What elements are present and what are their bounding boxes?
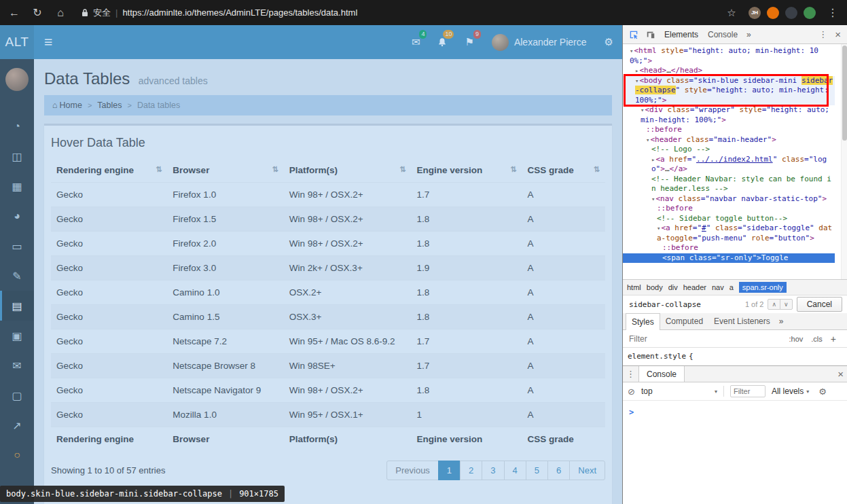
- breadcrumb-item[interactable]: ⌂Home: [52, 101, 82, 110]
- tree-node[interactable]: <span class="sr-only">Toggle: [623, 253, 835, 264]
- tab-elements[interactable]: Elements: [660, 26, 703, 43]
- expand-arrow-open-icon[interactable]: ▾: [635, 77, 638, 84]
- expand-arrow-open-icon[interactable]: ▾: [641, 107, 644, 113]
- tree-node[interactable]: ▸<a href="../../index2.html" class="logo…: [623, 155, 835, 175]
- tree-node[interactable]: <!-- Sidebar toggle button-->: [623, 214, 835, 224]
- control-sidebar-gear-icon[interactable]: ⚙: [596, 25, 622, 59]
- bookmark-star-icon[interactable]: ☆: [723, 7, 740, 19]
- styles-more-tabs-icon[interactable]: »: [776, 317, 787, 326]
- tab-styles[interactable]: Styles: [626, 313, 660, 330]
- search-next-icon[interactable]: ∨: [780, 299, 793, 310]
- table-row[interactable]: GeckoNetscape Browser 8Win 98SE+1.7A: [51, 354, 605, 378]
- tree-node[interactable]: ::before: [623, 243, 835, 253]
- dom-crumb[interactable]: span.sr-only: [739, 282, 787, 293]
- browser-menu-icon[interactable]: ⋮: [824, 6, 842, 19]
- home-icon[interactable]: ⌂: [52, 7, 69, 19]
- console-settings-gear-icon[interactable]: ⚙: [815, 386, 830, 397]
- styles-filter-input[interactable]: [628, 334, 689, 344]
- sidebar-item-forms[interactable]: ✎: [0, 261, 34, 291]
- devtools-menu-icon[interactable]: ⋮: [815, 29, 831, 39]
- reload-icon[interactable]: ↻: [29, 6, 46, 19]
- element-style-rule[interactable]: element.style{: [623, 348, 847, 365]
- sidebar-toggle-icon[interactable]: ≡: [34, 34, 62, 50]
- drawer-menu-icon[interactable]: ⋮: [623, 369, 638, 379]
- toggle-class-button[interactable]: .cls: [807, 335, 827, 343]
- breadcrumb-item[interactable]: Data tables: [137, 101, 180, 110]
- table-row[interactable]: GeckoFirefox 1.5Win 98+ / OSX.2+1.8A: [51, 207, 605, 232]
- table-row[interactable]: GeckoCamino 1.0OSX.2+1.8A: [51, 281, 605, 305]
- console-output[interactable]: >: [623, 401, 847, 504]
- extension-avatar-jh[interactable]: JH: [749, 7, 761, 19]
- search-cancel-button[interactable]: Cancel: [797, 297, 842, 312]
- notifications-menu[interactable]: 10: [429, 25, 456, 59]
- tab-console[interactable]: Console: [703, 26, 742, 43]
- extension-profile[interactable]: [804, 7, 816, 19]
- table-row[interactable]: GeckoMozilla 1.0Win 95+ / OSX.1+1A: [51, 403, 605, 427]
- sort-icon[interactable]: ⇅: [272, 165, 278, 174]
- breadcrumb-item[interactable]: Tables: [97, 101, 122, 110]
- tab-computed[interactable]: Computed: [660, 313, 708, 329]
- page-button-6[interactable]: 6: [547, 461, 570, 480]
- tree-node[interactable]: <!-- Logo -->: [623, 145, 835, 155]
- sidebar-item-multilevel[interactable]: ↗: [0, 410, 34, 440]
- page-button-5[interactable]: 5: [526, 461, 548, 480]
- page-button-previous[interactable]: Previous: [386, 461, 439, 480]
- dom-crumb[interactable]: body: [647, 283, 663, 291]
- tree-node[interactable]: ▾<body class="skin-blue sidebar-mini sid…: [623, 76, 835, 106]
- inspect-element-icon[interactable]: [626, 30, 642, 39]
- column-header[interactable]: Platform(s)⇅: [284, 158, 412, 183]
- drawer-close-icon[interactable]: ×: [834, 368, 847, 380]
- dom-crumb[interactable]: header: [683, 283, 706, 291]
- tasks-menu[interactable]: ⚑9: [456, 25, 482, 59]
- log-level-select[interactable]: All levels▾: [772, 386, 809, 396]
- column-header[interactable]: CSS grade⇅: [522, 158, 605, 183]
- tree-node[interactable]: ::before: [623, 204, 835, 214]
- tab-console-drawer[interactable]: Console: [638, 366, 685, 382]
- sort-icon[interactable]: ⇅: [156, 165, 162, 174]
- tree-node[interactable]: ▾<nav class="navbar navbar-static-top">: [623, 194, 835, 204]
- sidebar-user-avatar[interactable]: [5, 68, 29, 91]
- tree-node[interactable]: ▾<a href="#" class="sidebar-toggle" data…: [623, 223, 835, 243]
- table-row[interactable]: GeckoNetscape 7.2Win 95+ / Mac OS 8.6-9.…: [51, 329, 605, 354]
- logo[interactable]: ALT: [0, 25, 34, 59]
- table-row[interactable]: GeckoNetscape Navigator 9Win 98+ / OSX.2…: [51, 378, 605, 403]
- expand-arrow-open-icon[interactable]: ▾: [651, 196, 655, 202]
- dom-crumb[interactable]: a: [729, 283, 734, 291]
- messages-menu[interactable]: ✉4: [403, 25, 429, 59]
- sidebar-item-labels[interactable]: ○: [0, 440, 34, 470]
- dom-crumb[interactable]: nav: [712, 283, 724, 291]
- table-row[interactable]: GeckoFirefox 2.0Win 98+ / OSX.2+1.8A: [51, 232, 605, 256]
- tree-node[interactable]: ▾<html style="height: auto; min-height: …: [623, 46, 835, 66]
- page-button-3[interactable]: 3: [482, 461, 504, 480]
- toggle-hover-state-button[interactable]: :hov: [785, 335, 808, 343]
- sidebar-item-charts[interactable]: ◕: [0, 201, 34, 231]
- sidebar-item-examples[interactable]: ▢: [0, 380, 34, 410]
- sort-icon[interactable]: ⇅: [399, 165, 406, 174]
- tree-node[interactable]: ▸<head>…</head>: [623, 66, 835, 76]
- tree-node[interactable]: ::before: [623, 125, 835, 135]
- clear-console-icon[interactable]: ⊘: [628, 386, 635, 397]
- table-row[interactable]: GeckoCamino 1.5OSX.3+1.8A: [51, 305, 605, 329]
- sidebar-item-ui-elements[interactable]: ▭: [0, 231, 34, 261]
- expand-arrow-open-icon[interactable]: ▾: [657, 225, 660, 232]
- back-icon[interactable]: ←: [5, 7, 23, 19]
- user-menu[interactable]: Alexander Pierce: [483, 25, 596, 59]
- expand-arrow-open-icon[interactable]: ▾: [630, 48, 633, 54]
- sidebar-item-tables[interactable]: ▤: [0, 291, 34, 321]
- sidebar-item-mailbox[interactable]: ✉: [0, 350, 34, 380]
- sidebar-item-widgets[interactable]: ▦: [0, 171, 34, 201]
- sidebar-item-layout-options[interactable]: ◫: [0, 141, 34, 171]
- column-header[interactable]: Browser⇅: [167, 158, 283, 183]
- dom-crumb[interactable]: html: [627, 283, 641, 291]
- new-style-rule-button[interactable]: +: [827, 334, 842, 344]
- elements-scrollbar[interactable]: [841, 44, 847, 279]
- expand-arrow-closed-icon[interactable]: ▸: [635, 67, 638, 74]
- page-button-1[interactable]: 1: [438, 461, 461, 480]
- page-button-2[interactable]: 2: [460, 461, 482, 480]
- sidebar-item-dashboard[interactable]: ◔: [0, 111, 34, 141]
- console-filter-input[interactable]: [730, 385, 765, 397]
- column-header[interactable]: Engine version⇅: [411, 158, 522, 183]
- more-tabs-icon[interactable]: »: [743, 30, 755, 39]
- console-prompt[interactable]: >: [629, 408, 634, 417]
- sidebar-item-calendar[interactable]: ▣: [0, 321, 34, 350]
